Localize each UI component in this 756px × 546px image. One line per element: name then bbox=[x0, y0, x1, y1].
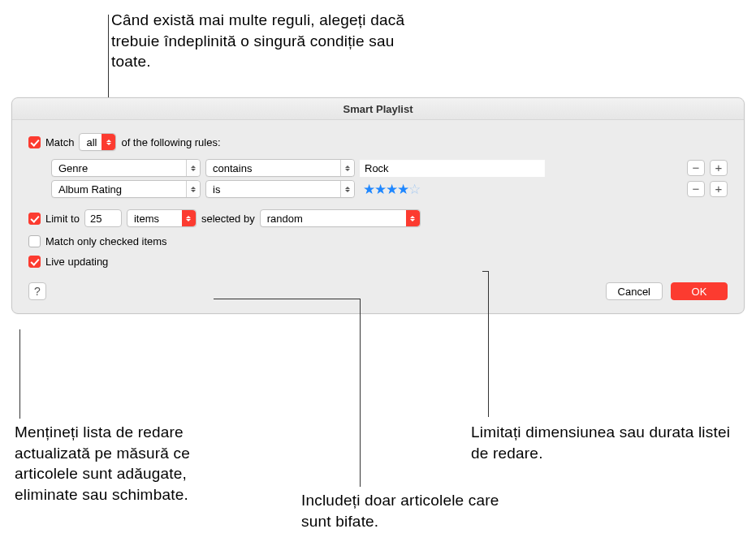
star-icon: ★ bbox=[374, 181, 386, 198]
match-checked-checkbox[interactable] bbox=[28, 235, 41, 247]
callout-line bbox=[488, 271, 489, 417]
match-mode-select[interactable]: all bbox=[79, 133, 116, 151]
rule-op-select[interactable]: contains bbox=[205, 159, 355, 177]
callout-line bbox=[214, 299, 360, 299]
rule-op-select[interactable]: is bbox=[205, 180, 355, 198]
rule-value-stars[interactable]: ★ ★ ★ ★ ☆ bbox=[360, 181, 420, 198]
callout-match-checked: Includeți doar articolele care sunt bifa… bbox=[301, 490, 529, 531]
match-checkbox[interactable] bbox=[28, 136, 41, 148]
stepper-icon bbox=[186, 181, 200, 197]
live-updating-row: Live updating bbox=[28, 256, 728, 268]
star-icon: ★ bbox=[397, 181, 408, 198]
match-checked-label: Match only checked items bbox=[45, 235, 167, 247]
match-mode-value: all bbox=[86, 136, 97, 148]
stepper-icon bbox=[182, 210, 196, 226]
limit-unit-select[interactable]: items bbox=[127, 209, 197, 227]
rule-row: Album Rating is ★ ★ ★ ★ ☆ − + bbox=[51, 180, 728, 198]
stepper-icon bbox=[340, 160, 354, 176]
callout-line bbox=[360, 299, 361, 487]
match-label-post: of the following rules: bbox=[121, 136, 220, 148]
ok-button[interactable]: OK bbox=[671, 282, 728, 300]
callout-live-updating: Mențineți lista de redare actualizată pe… bbox=[15, 422, 242, 505]
rule-value-input[interactable] bbox=[360, 159, 545, 177]
limit-count-input[interactable] bbox=[84, 209, 122, 227]
dialog-footer: ? Cancel OK bbox=[28, 282, 728, 300]
star-icon: ☆ bbox=[408, 181, 420, 198]
rule-field-value: Genre bbox=[58, 162, 88, 174]
match-label-pre: Match bbox=[45, 136, 74, 148]
callout-match-mode: Când există mai multe reguli, alegeți da… bbox=[111, 10, 420, 72]
callout-line bbox=[19, 329, 20, 419]
limit-checkbox[interactable] bbox=[28, 213, 41, 225]
limit-label: Limit to bbox=[45, 213, 80, 225]
star-icon: ★ bbox=[386, 181, 397, 198]
match-checked-row: Match only checked items bbox=[28, 235, 728, 247]
callout-line bbox=[482, 271, 489, 272]
remove-rule-button[interactable]: − bbox=[687, 181, 705, 197]
add-rule-button[interactable]: + bbox=[710, 181, 728, 197]
add-rule-button[interactable]: + bbox=[710, 160, 728, 176]
limit-method-value: random bbox=[267, 213, 303, 225]
stepper-icon bbox=[186, 160, 200, 176]
help-button[interactable]: ? bbox=[28, 282, 46, 300]
dialog-title: Smart Playlist bbox=[12, 98, 744, 120]
stepper-icon bbox=[102, 134, 115, 150]
rule-op-value: is bbox=[213, 183, 220, 196]
cancel-button[interactable]: Cancel bbox=[606, 282, 663, 300]
remove-rule-button[interactable]: − bbox=[687, 160, 705, 176]
live-updating-checkbox[interactable] bbox=[28, 256, 41, 268]
rule-field-value: Album Rating bbox=[58, 183, 122, 196]
limit-selectedby-label: selected by bbox=[201, 213, 255, 225]
rule-op-value: contains bbox=[213, 162, 252, 174]
rule-row: Genre contains − + bbox=[51, 159, 728, 177]
limit-row: Limit to items selected by random bbox=[28, 209, 728, 227]
dialog-body: Match all of the following rules: Genre … bbox=[12, 120, 744, 313]
limit-method-select[interactable]: random bbox=[260, 209, 421, 227]
callout-limit: Limitați dimensiunea sau durata listei d… bbox=[471, 422, 731, 463]
rule-field-select[interactable]: Album Rating bbox=[51, 180, 201, 198]
rule-field-select[interactable]: Genre bbox=[51, 159, 201, 177]
rules-list: Genre contains − + Album Rating is bbox=[51, 159, 728, 198]
stepper-icon bbox=[406, 210, 420, 226]
match-row: Match all of the following rules: bbox=[28, 133, 728, 151]
live-updating-label: Live updating bbox=[45, 256, 108, 268]
smart-playlist-dialog: Smart Playlist Match all of the followin… bbox=[11, 97, 745, 314]
star-icon: ★ bbox=[363, 181, 374, 198]
limit-unit-value: items bbox=[134, 213, 159, 225]
stepper-icon bbox=[340, 181, 354, 197]
